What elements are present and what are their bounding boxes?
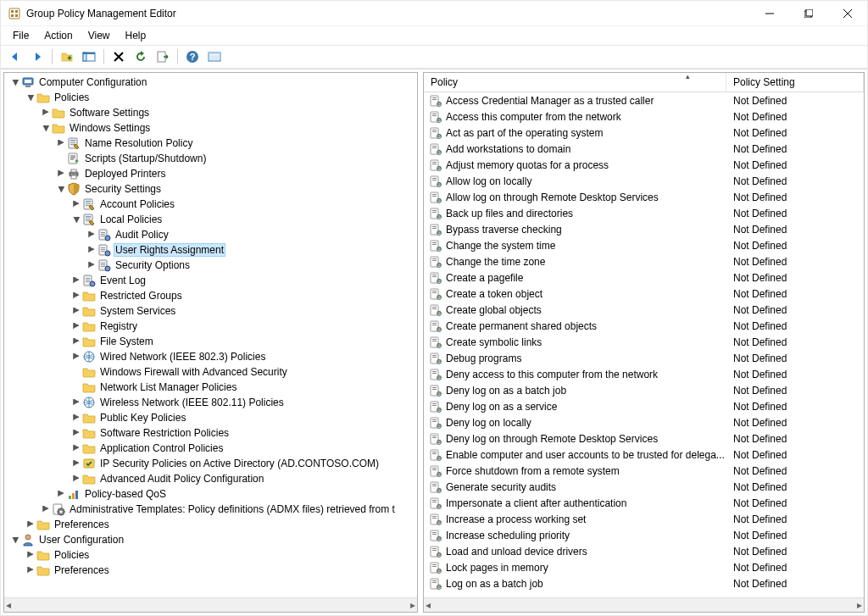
help-button[interactable] [183, 47, 202, 66]
expander-closed-icon[interactable]: ⯈ [70, 322, 82, 330]
expander-closed-icon[interactable]: ⯈ [86, 246, 97, 254]
expander-open-icon[interactable]: ⯆ [9, 78, 21, 86]
menu-view[interactable]: View [81, 28, 117, 43]
policy-row[interactable]: Lock pages in memoryNot Defined [424, 559, 864, 575]
tree-item[interactable]: ⯈Windows Firewall with Advanced Security [4, 364, 417, 380]
expander-closed-icon[interactable]: ⯈ [55, 169, 67, 178]
policy-row[interactable]: Create a token objectNot Defined [424, 286, 864, 302]
policy-row[interactable]: Deny log on as a serviceNot Defined [424, 398, 864, 414]
tree-item[interactable]: ⯆Computer Configuration [4, 75, 417, 90]
scroll-right-icon[interactable]: ▸ [857, 599, 862, 611]
expander-closed-icon[interactable]: ⯈ [55, 490, 67, 498]
details-view-button[interactable] [205, 47, 224, 66]
policy-row[interactable]: Bypass traverse checkingNot Defined [424, 221, 864, 237]
expander-closed-icon[interactable]: ⯈ [86, 230, 97, 239]
tree-item[interactable]: ⯈Policies [4, 547, 417, 563]
tree-item[interactable]: ⯈Preferences [4, 517, 417, 532]
back-button[interactable] [6, 47, 25, 66]
policy-row[interactable]: Change the time zoneNot Defined [424, 253, 864, 269]
expander-closed-icon[interactable]: ⯈ [70, 444, 82, 452]
policy-row[interactable]: Impersonate a client after authenticatio… [424, 495, 864, 511]
policy-row[interactable]: Load and unload device driversNot Define… [424, 543, 864, 559]
tree-item[interactable]: ⯈Restricted Groups [4, 288, 417, 303]
policy-row[interactable]: Add workstations to domainNot Defined [424, 141, 864, 157]
show-hide-tree-button[interactable] [80, 47, 98, 66]
tree-item[interactable]: ⯈System Services [4, 303, 417, 319]
expander-closed-icon[interactable]: ⯈ [25, 551, 36, 559]
column-header-policy[interactable]: Policy [424, 73, 726, 92]
policy-row[interactable]: Deny log on locallyNot Defined [424, 414, 864, 430]
policy-row[interactable]: Create a pagefileNot Defined [424, 269, 864, 286]
menu-action[interactable]: Action [37, 28, 79, 43]
policy-row[interactable]: Create symbolic linksNot Defined [424, 334, 864, 350]
tree-item[interactable]: ⯈Wireless Network (IEEE 802.11) Policies [4, 395, 417, 410]
scroll-left-icon[interactable]: ◂ [6, 599, 11, 611]
policy-row[interactable]: Enable computer and user accounts to be … [424, 447, 864, 463]
tree-item[interactable]: ⯆Policies [4, 90, 417, 105]
horizontal-scrollbar[interactable]: ◂ ▸ [4, 597, 417, 612]
policy-row[interactable]: Generate security auditsNot Defined [424, 479, 864, 495]
policy-row[interactable]: Debug programsNot Defined [424, 350, 864, 366]
tree-item[interactable]: ⯈Audit Policy [4, 227, 417, 242]
policy-row[interactable]: Allow log on through Remote Desktop Serv… [424, 189, 864, 205]
policy-row[interactable]: Increase scheduling priorityNot Defined [424, 527, 864, 543]
expander-closed-icon[interactable]: ⯈ [70, 413, 82, 422]
tree-item[interactable]: ⯆Security Settings [4, 181, 417, 197]
expander-closed-icon[interactable]: ⯈ [55, 139, 67, 147]
expander-closed-icon[interactable]: ⯈ [70, 291, 82, 300]
tree-item[interactable]: ⯈Advanced Audit Policy Configuration [4, 471, 417, 486]
expander-closed-icon[interactable]: ⯈ [70, 429, 82, 437]
expander-closed-icon[interactable]: ⯈ [70, 459, 82, 468]
expander-closed-icon[interactable]: ⯈ [70, 200, 82, 208]
minimize-button[interactable] [750, 1, 789, 26]
tree-item[interactable]: ⯈File System [4, 334, 417, 349]
tree-item[interactable]: ⯈User Rights Assignment [4, 242, 417, 258]
tree-item[interactable]: ⯆User Configuration [4, 532, 417, 547]
tree-item[interactable]: ⯈Administrative Templates: Policy defini… [4, 502, 417, 517]
expander-closed-icon[interactable]: ⯈ [70, 307, 82, 315]
tree-item[interactable]: ⯈Public Key Policies [4, 410, 417, 425]
expander-closed-icon[interactable]: ⯈ [40, 108, 52, 117]
close-button[interactable] [828, 1, 867, 26]
expander-open-icon[interactable]: ⯆ [40, 124, 52, 132]
policy-row[interactable]: Back up files and directoriesNot Defined [424, 205, 864, 221]
tree-item[interactable]: ⯈Software Settings [4, 105, 417, 120]
scroll-right-icon[interactable]: ▸ [410, 599, 415, 611]
expander-closed-icon[interactable]: ⯈ [86, 261, 97, 269]
refresh-button[interactable] [131, 47, 150, 66]
tree-item[interactable]: ⯈Deployed Printers [4, 166, 417, 181]
expander-open-icon[interactable]: ⯆ [25, 93, 36, 102]
tree-view[interactable]: ⯆Computer Configuration⯆Policies⯈Softwar… [4, 73, 417, 597]
tree-item[interactable]: ⯈Preferences [4, 563, 417, 578]
expander-open-icon[interactable]: ⯆ [55, 185, 67, 193]
tree-item[interactable]: ⯈Event Log [4, 273, 417, 288]
expander-open-icon[interactable]: ⯆ [70, 215, 82, 224]
expander-closed-icon[interactable]: ⯈ [70, 398, 82, 407]
tree-item[interactable]: ⯈Name Resolution Policy [4, 136, 417, 151]
policy-row[interactable]: Deny log on as a batch jobNot Defined [424, 382, 864, 398]
menu-file[interactable]: File [6, 28, 36, 43]
policy-row[interactable]: Deny log on through Remote Desktop Servi… [424, 430, 864, 447]
policy-row[interactable]: Increase a process working setNot Define… [424, 511, 864, 527]
policy-list[interactable]: Access Credential Manager as a trusted c… [424, 92, 864, 597]
tree-item[interactable]: ⯈Scripts (Startup/Shutdown) [4, 151, 417, 166]
policy-row[interactable]: Allow log on locallyNot Defined [424, 173, 864, 189]
expander-closed-icon[interactable]: ⯈ [40, 505, 52, 513]
tree-item[interactable]: ⯈Security Options [4, 258, 417, 273]
expander-open-icon[interactable]: ⯆ [9, 536, 21, 544]
policy-row[interactable]: Adjust memory quotas for a processNot De… [424, 157, 864, 173]
tree-item[interactable]: ⯈Application Control Policies [4, 441, 417, 456]
tree-item[interactable]: ⯆Local Policies [4, 212, 417, 227]
export-list-button[interactable] [153, 47, 172, 66]
policy-row[interactable]: Log on as a batch jobNot Defined [424, 575, 864, 591]
expander-closed-icon[interactable]: ⯈ [70, 337, 82, 346]
expander-closed-icon[interactable]: ⯈ [25, 520, 36, 529]
horizontal-scrollbar[interactable]: ◂ ▸ [424, 597, 864, 612]
policy-row[interactable]: Deny access to this computer from the ne… [424, 366, 864, 382]
policy-row[interactable]: Access this computer from the networkNot… [424, 108, 864, 125]
tree-item[interactable]: ⯈Registry [4, 319, 417, 334]
maximize-button[interactable] [789, 1, 828, 26]
forward-button[interactable] [28, 47, 47, 66]
tree-item[interactable]: ⯈Account Policies [4, 197, 417, 212]
up-button[interactable] [58, 47, 76, 66]
